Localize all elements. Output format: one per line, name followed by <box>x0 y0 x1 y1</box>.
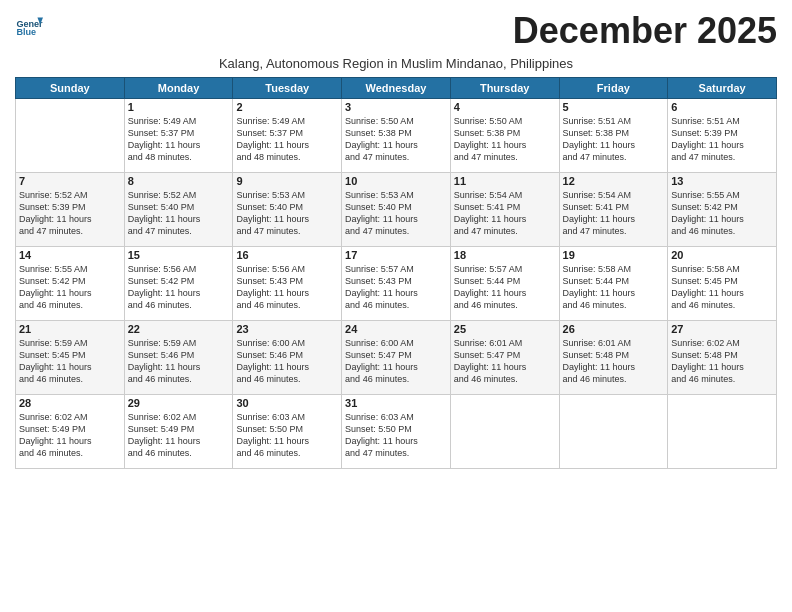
day-number: 23 <box>236 323 338 335</box>
header: General Blue December 2025 <box>15 10 777 52</box>
day-info: Sunrise: 5:51 AM Sunset: 5:39 PM Dayligh… <box>671 115 773 164</box>
day-info: Sunrise: 6:00 AM Sunset: 5:46 PM Dayligh… <box>236 337 338 386</box>
day-number: 29 <box>128 397 230 409</box>
calendar-cell: 6Sunrise: 5:51 AM Sunset: 5:39 PM Daylig… <box>668 99 777 173</box>
day-number: 3 <box>345 101 447 113</box>
week-row-2: 7Sunrise: 5:52 AM Sunset: 5:39 PM Daylig… <box>16 173 777 247</box>
day-info: Sunrise: 5:55 AM Sunset: 5:42 PM Dayligh… <box>19 263 121 312</box>
calendar-cell: 22Sunrise: 5:59 AM Sunset: 5:46 PM Dayli… <box>124 321 233 395</box>
calendar-cell: 31Sunrise: 6:03 AM Sunset: 5:50 PM Dayli… <box>342 395 451 469</box>
col-header-tuesday: Tuesday <box>233 78 342 99</box>
calendar-cell: 3Sunrise: 5:50 AM Sunset: 5:38 PM Daylig… <box>342 99 451 173</box>
day-info: Sunrise: 6:03 AM Sunset: 5:50 PM Dayligh… <box>236 411 338 460</box>
calendar-cell: 30Sunrise: 6:03 AM Sunset: 5:50 PM Dayli… <box>233 395 342 469</box>
col-header-monday: Monday <box>124 78 233 99</box>
day-info: Sunrise: 5:55 AM Sunset: 5:42 PM Dayligh… <box>671 189 773 238</box>
day-number: 16 <box>236 249 338 261</box>
day-number: 21 <box>19 323 121 335</box>
week-row-3: 14Sunrise: 5:55 AM Sunset: 5:42 PM Dayli… <box>16 247 777 321</box>
col-header-wednesday: Wednesday <box>342 78 451 99</box>
day-number: 17 <box>345 249 447 261</box>
day-info: Sunrise: 5:58 AM Sunset: 5:45 PM Dayligh… <box>671 263 773 312</box>
day-info: Sunrise: 5:53 AM Sunset: 5:40 PM Dayligh… <box>345 189 447 238</box>
day-number: 24 <box>345 323 447 335</box>
calendar-cell: 29Sunrise: 6:02 AM Sunset: 5:49 PM Dayli… <box>124 395 233 469</box>
calendar-cell: 15Sunrise: 5:56 AM Sunset: 5:42 PM Dayli… <box>124 247 233 321</box>
day-number: 25 <box>454 323 556 335</box>
day-info: Sunrise: 6:00 AM Sunset: 5:47 PM Dayligh… <box>345 337 447 386</box>
day-info: Sunrise: 5:52 AM Sunset: 5:40 PM Dayligh… <box>128 189 230 238</box>
day-info: Sunrise: 5:57 AM Sunset: 5:44 PM Dayligh… <box>454 263 556 312</box>
day-info: Sunrise: 6:01 AM Sunset: 5:47 PM Dayligh… <box>454 337 556 386</box>
day-number: 31 <box>345 397 447 409</box>
day-number: 11 <box>454 175 556 187</box>
day-number: 12 <box>563 175 665 187</box>
day-number: 6 <box>671 101 773 113</box>
day-number: 14 <box>19 249 121 261</box>
calendar-cell: 25Sunrise: 6:01 AM Sunset: 5:47 PM Dayli… <box>450 321 559 395</box>
day-number: 5 <box>563 101 665 113</box>
header-row: SundayMondayTuesdayWednesdayThursdayFrid… <box>16 78 777 99</box>
day-info: Sunrise: 6:02 AM Sunset: 5:49 PM Dayligh… <box>19 411 121 460</box>
day-info: Sunrise: 5:49 AM Sunset: 5:37 PM Dayligh… <box>236 115 338 164</box>
day-info: Sunrise: 6:02 AM Sunset: 5:49 PM Dayligh… <box>128 411 230 460</box>
day-number: 2 <box>236 101 338 113</box>
calendar-cell: 20Sunrise: 5:58 AM Sunset: 5:45 PM Dayli… <box>668 247 777 321</box>
day-number: 22 <box>128 323 230 335</box>
day-info: Sunrise: 5:50 AM Sunset: 5:38 PM Dayligh… <box>345 115 447 164</box>
day-info: Sunrise: 5:57 AM Sunset: 5:43 PM Dayligh… <box>345 263 447 312</box>
calendar-cell <box>450 395 559 469</box>
day-number: 4 <box>454 101 556 113</box>
day-number: 30 <box>236 397 338 409</box>
calendar-table: SundayMondayTuesdayWednesdayThursdayFrid… <box>15 77 777 469</box>
day-number: 7 <box>19 175 121 187</box>
calendar-cell: 5Sunrise: 5:51 AM Sunset: 5:38 PM Daylig… <box>559 99 668 173</box>
day-number: 26 <box>563 323 665 335</box>
calendar-cell: 16Sunrise: 5:56 AM Sunset: 5:43 PM Dayli… <box>233 247 342 321</box>
day-info: Sunrise: 5:52 AM Sunset: 5:39 PM Dayligh… <box>19 189 121 238</box>
logo-icon: General Blue <box>15 14 43 42</box>
calendar-cell: 13Sunrise: 5:55 AM Sunset: 5:42 PM Dayli… <box>668 173 777 247</box>
day-number: 28 <box>19 397 121 409</box>
calendar-cell: 14Sunrise: 5:55 AM Sunset: 5:42 PM Dayli… <box>16 247 125 321</box>
day-number: 15 <box>128 249 230 261</box>
calendar-cell: 4Sunrise: 5:50 AM Sunset: 5:38 PM Daylig… <box>450 99 559 173</box>
svg-text:Blue: Blue <box>16 27 36 37</box>
calendar-cell: 28Sunrise: 6:02 AM Sunset: 5:49 PM Dayli… <box>16 395 125 469</box>
day-info: Sunrise: 5:56 AM Sunset: 5:43 PM Dayligh… <box>236 263 338 312</box>
calendar-cell: 2Sunrise: 5:49 AM Sunset: 5:37 PM Daylig… <box>233 99 342 173</box>
day-info: Sunrise: 5:51 AM Sunset: 5:38 PM Dayligh… <box>563 115 665 164</box>
day-info: Sunrise: 5:58 AM Sunset: 5:44 PM Dayligh… <box>563 263 665 312</box>
calendar-page: General Blue December 2025 Kalang, Auton… <box>0 0 792 612</box>
day-info: Sunrise: 5:54 AM Sunset: 5:41 PM Dayligh… <box>454 189 556 238</box>
day-info: Sunrise: 5:54 AM Sunset: 5:41 PM Dayligh… <box>563 189 665 238</box>
week-row-4: 21Sunrise: 5:59 AM Sunset: 5:45 PM Dayli… <box>16 321 777 395</box>
day-number: 27 <box>671 323 773 335</box>
day-info: Sunrise: 5:59 AM Sunset: 5:46 PM Dayligh… <box>128 337 230 386</box>
day-info: Sunrise: 5:49 AM Sunset: 5:37 PM Dayligh… <box>128 115 230 164</box>
calendar-cell: 12Sunrise: 5:54 AM Sunset: 5:41 PM Dayli… <box>559 173 668 247</box>
day-number: 1 <box>128 101 230 113</box>
day-info: Sunrise: 6:03 AM Sunset: 5:50 PM Dayligh… <box>345 411 447 460</box>
day-info: Sunrise: 5:53 AM Sunset: 5:40 PM Dayligh… <box>236 189 338 238</box>
day-number: 8 <box>128 175 230 187</box>
logo: General Blue <box>15 14 47 42</box>
day-info: Sunrise: 5:50 AM Sunset: 5:38 PM Dayligh… <box>454 115 556 164</box>
day-info: Sunrise: 5:56 AM Sunset: 5:42 PM Dayligh… <box>128 263 230 312</box>
col-header-thursday: Thursday <box>450 78 559 99</box>
calendar-cell: 19Sunrise: 5:58 AM Sunset: 5:44 PM Dayli… <box>559 247 668 321</box>
calendar-cell: 18Sunrise: 5:57 AM Sunset: 5:44 PM Dayli… <box>450 247 559 321</box>
calendar-cell <box>559 395 668 469</box>
calendar-cell: 27Sunrise: 6:02 AM Sunset: 5:48 PM Dayli… <box>668 321 777 395</box>
day-number: 9 <box>236 175 338 187</box>
calendar-cell: 21Sunrise: 5:59 AM Sunset: 5:45 PM Dayli… <box>16 321 125 395</box>
week-row-1: 1Sunrise: 5:49 AM Sunset: 5:37 PM Daylig… <box>16 99 777 173</box>
col-header-sunday: Sunday <box>16 78 125 99</box>
day-info: Sunrise: 6:02 AM Sunset: 5:48 PM Dayligh… <box>671 337 773 386</box>
month-title: December 2025 <box>513 10 777 52</box>
calendar-cell <box>16 99 125 173</box>
calendar-cell: 17Sunrise: 5:57 AM Sunset: 5:43 PM Dayli… <box>342 247 451 321</box>
day-number: 10 <box>345 175 447 187</box>
calendar-cell: 24Sunrise: 6:00 AM Sunset: 5:47 PM Dayli… <box>342 321 451 395</box>
calendar-cell: 7Sunrise: 5:52 AM Sunset: 5:39 PM Daylig… <box>16 173 125 247</box>
